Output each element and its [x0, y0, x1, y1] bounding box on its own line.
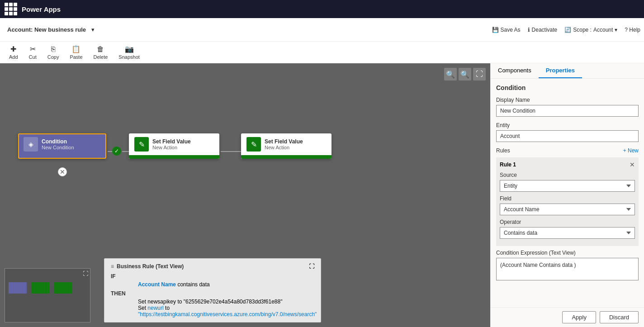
- zoom-out-button[interactable]: 🔍: [459, 68, 471, 81]
- apply-button[interactable]: Apply: [562, 311, 596, 323]
- snapshot-icon: 📷: [125, 45, 134, 53]
- business-rule-panel: ≡ Business Rule (Text View) ⛶ IF Account…: [104, 258, 321, 322]
- copy-button[interactable]: ⎘ Copy: [42, 43, 65, 62]
- condition-expression: Condition Expression (Text View) (Accoun…: [496, 250, 639, 280]
- fit-screen-button[interactable]: ⛶: [473, 68, 486, 81]
- action1-icon: ✎: [134, 137, 149, 152]
- action1-bar: [129, 155, 219, 159]
- copy-icon: ⎘: [51, 45, 56, 53]
- breadcrumb[interactable]: Account: New business rule: [4, 24, 90, 35]
- help-button[interactable]: ? Help: [625, 27, 640, 33]
- action-node-1[interactable]: ✎ Set Field Value New Action: [129, 133, 219, 159]
- zoom-controls: 🔍 🔍 ⛶: [444, 68, 486, 81]
- delete-node-button[interactable]: ✕: [58, 167, 67, 176]
- add-icon: ✚: [10, 45, 16, 53]
- scope-arrow: ▾: [615, 27, 617, 33]
- source-select[interactable]: Entity: [500, 180, 635, 192]
- save-as-label: Save As: [501, 27, 521, 33]
- expr-label: Condition Expression (Text View): [496, 250, 639, 256]
- command-bar: Account: New business rule ▾ 💾 Save As ℹ…: [0, 18, 644, 42]
- deactivate-label: Deactivate: [532, 27, 558, 33]
- action2-bar: [241, 155, 331, 159]
- deactivate-icon: ℹ: [528, 27, 530, 33]
- entity-label: Entity: [496, 122, 639, 128]
- display-name-input[interactable]: [496, 105, 639, 117]
- add-button[interactable]: ✚ Add: [4, 43, 24, 62]
- panel-tabs: Components Properties: [491, 63, 644, 79]
- apps-icon[interactable]: [5, 3, 17, 15]
- rules-header: Rules + New: [496, 147, 639, 154]
- minimap: ⛶: [5, 268, 90, 322]
- field-select[interactable]: Account Name: [500, 204, 635, 215]
- minimap-action1: [31, 282, 49, 294]
- delete-label: Delete: [94, 54, 108, 60]
- br-set1: Set newsapikey to "6255629e702e4a54a80d7…: [138, 299, 314, 305]
- tab-components[interactable]: Components: [491, 63, 539, 78]
- action1-title: Set Field Value: [152, 138, 191, 145]
- action-node-2[interactable]: ✎ Set Field Value New Action: [241, 133, 331, 159]
- br-if-label: IF: [111, 273, 129, 280]
- entity-input[interactable]: [496, 130, 639, 142]
- snapshot-label: Snapshot: [118, 54, 139, 60]
- display-name-label: Display Name: [496, 97, 639, 103]
- condition-title: Condition: [42, 138, 74, 145]
- cut-label: Cut: [29, 54, 37, 60]
- rule-name: Rule 1: [500, 161, 516, 168]
- br-set2: Set newurl to "https://testbingkamal.cog…: [138, 305, 314, 318]
- operator-label: Operator: [500, 219, 635, 225]
- save-as-button[interactable]: 💾 Save As: [492, 27, 521, 33]
- delete-button[interactable]: 🗑 Delete: [88, 43, 114, 62]
- condition-subtitle: New Condition: [42, 145, 74, 150]
- condition-icon: ◈: [24, 137, 38, 152]
- scope-button[interactable]: 🔄 Scope : Account ▾: [564, 27, 617, 33]
- panel-section-title: Condition: [496, 84, 639, 91]
- tab-properties[interactable]: Properties: [539, 63, 582, 78]
- scope-value: Account: [593, 27, 613, 33]
- cut-button[interactable]: ✂ Cut: [24, 43, 42, 62]
- canvas[interactable]: ◈ Condition New Condition ✓ ✕ ✎ Set Fiel…: [0, 63, 490, 327]
- right-panel: Components Properties Condition Display …: [490, 63, 644, 327]
- paste-icon: 📋: [71, 45, 80, 53]
- checkmark-connector: ✓: [112, 147, 121, 156]
- paste-button[interactable]: 📋 Paste: [64, 43, 88, 62]
- save-icon: 💾: [492, 27, 499, 33]
- toolbar: ✚ Add ✂ Cut ⎘ Copy 📋 Paste 🗑 Delete 📷 Sn…: [0, 42, 644, 63]
- action2-title: Set Field Value: [265, 138, 303, 145]
- condition-node[interactable]: ◈ Condition New Condition: [18, 133, 106, 159]
- rule-header: Rule 1 ✕: [500, 161, 635, 168]
- minimap-expand-button[interactable]: ⛶: [83, 270, 88, 277]
- main-area: ◈ Condition New Condition ✓ ✕ ✎ Set Fiel…: [0, 63, 644, 327]
- deactivate-button[interactable]: ℹ Deactivate: [528, 27, 558, 33]
- snapshot-button[interactable]: 📷 Snapshot: [113, 43, 145, 62]
- app-title: Power Apps: [22, 5, 61, 13]
- action2-subtitle: New Action: [265, 145, 303, 150]
- discard-button[interactable]: Discard: [600, 311, 639, 323]
- scope-icon: 🔄: [564, 27, 571, 33]
- br-expand-button[interactable]: ⛶: [309, 263, 314, 270]
- source-label: Source: [500, 172, 635, 178]
- top-bar: Power Apps: [0, 0, 644, 18]
- br-if-op: contains data: [177, 281, 209, 288]
- minimap-condition: [9, 282, 27, 294]
- action1-subtitle: New Action: [152, 145, 191, 150]
- panel-footer: Apply Discard: [491, 307, 644, 327]
- operator-select[interactable]: Contains data: [500, 227, 635, 239]
- minimap-action2: [54, 282, 72, 294]
- breadcrumb-arrow[interactable]: ▾: [91, 26, 95, 33]
- action2-icon: ✎: [246, 137, 261, 152]
- condition-bar: [19, 154, 105, 158]
- br-icon: ≡: [111, 263, 114, 270]
- expr-box: (Account Name Contains data ): [496, 258, 639, 280]
- copy-label: Copy: [47, 54, 59, 60]
- delete-icon: 🗑: [97, 45, 104, 53]
- cut-icon: ✂: [30, 45, 36, 53]
- br-title: Business Rule (Text View): [117, 263, 184, 270]
- rule-close-button[interactable]: ✕: [630, 161, 635, 168]
- scope-label: Scope :: [573, 27, 592, 33]
- zoom-in-button[interactable]: 🔍: [444, 68, 457, 81]
- help-label: ? Help: [625, 27, 640, 33]
- new-rule-link[interactable]: + New: [623, 147, 639, 154]
- rules-label: Rules: [496, 147, 510, 154]
- field-label: Field: [500, 195, 635, 202]
- br-if-field: Account Name: [138, 281, 176, 288]
